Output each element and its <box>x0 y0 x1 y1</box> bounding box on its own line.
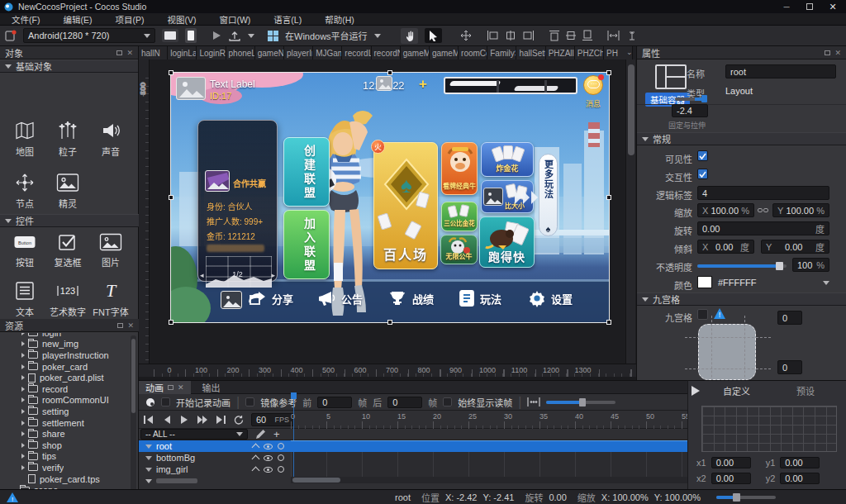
anchor-slider[interactable] <box>675 97 705 101</box>
nav-rules[interactable]: 玩法 <box>459 289 501 307</box>
object-item-sprite[interactable]: 精灵 <box>46 173 89 210</box>
selection-handle[interactable] <box>606 320 611 325</box>
run-platform-chevron[interactable] <box>374 34 381 38</box>
menu-item[interactable]: 窗口(W) <box>214 13 269 26</box>
playhead[interactable] <box>291 392 297 399</box>
name-input[interactable]: root <box>725 64 836 78</box>
frames-hscrollbar[interactable] <box>291 477 687 483</box>
publish-options-chevron[interactable] <box>248 34 254 38</box>
portrait-view-button[interactable] <box>185 28 197 43</box>
ninepatch-bottom-input[interactable]: 0 <box>777 360 802 374</box>
nav-announcement[interactable]: 公告 <box>316 289 363 307</box>
visibility-icon[interactable] <box>264 455 273 461</box>
promo-prev-arrow[interactable]: ◂ <box>200 271 204 279</box>
align-center-h-icon[interactable] <box>505 31 516 40</box>
expand-arrow-icon[interactable] <box>21 375 25 380</box>
resource-item[interactable]: record <box>0 383 139 395</box>
menu-item[interactable]: 编辑(E) <box>58 13 110 26</box>
layer-row[interactable]: bottomBg <box>139 452 291 464</box>
object-item-node[interactable]: 节点 <box>3 173 46 210</box>
resource-item[interactable]: verify <box>0 462 139 473</box>
expand-arrow-icon[interactable] <box>21 421 25 426</box>
layer-row[interactable]: img_girl <box>139 464 291 475</box>
scale-x-input[interactable]: X100.00% <box>697 203 754 217</box>
tab-output[interactable]: 输出 <box>191 381 232 394</box>
align-left-icon[interactable] <box>487 31 498 40</box>
selection-handle[interactable] <box>606 195 611 200</box>
x1-input[interactable]: 0.00 <box>711 457 751 468</box>
run-platform-button[interactable]: 在Windows平台运行 <box>285 29 368 42</box>
y2-input[interactable]: 0.00 <box>780 473 820 484</box>
transform-tool[interactable] <box>460 30 472 41</box>
align-bottom-icon[interactable] <box>582 30 592 41</box>
general-section-header[interactable]: 常规 <box>637 132 846 145</box>
expand-arrow-icon[interactable] <box>21 454 25 459</box>
collapse-layer-icon[interactable] <box>252 455 260 464</box>
resource-item[interactable]: setting <box>0 406 139 417</box>
skew-x-input[interactable]: X0.00度 <box>697 240 754 254</box>
selection-handle[interactable] <box>169 195 173 200</box>
same-height-icon[interactable] <box>626 31 638 41</box>
resource-item[interactable]: settlement <box>0 417 139 429</box>
publish-button[interactable] <box>228 30 241 41</box>
color-swatch[interactable] <box>697 276 712 288</box>
document-tab[interactable]: gameN <box>255 46 284 59</box>
prev-frame-button[interactable] <box>157 413 175 426</box>
ninepatch-section-header[interactable]: 九宫格 <box>637 292 846 306</box>
hand-tool[interactable] <box>401 28 418 44</box>
nav-records[interactable]: 战绩 <box>387 289 434 307</box>
object-item-button[interactable]: Button 按钮 <box>3 233 46 269</box>
avatar-placeholder[interactable] <box>176 77 206 100</box>
close-panel-icon[interactable]: ✕ <box>178 383 184 392</box>
visibility-icon[interactable] <box>264 444 273 449</box>
color-dropdown-chevron[interactable] <box>823 281 829 285</box>
first-frame-button[interactable] <box>139 413 157 426</box>
mirror-checkbox[interactable] <box>245 397 254 407</box>
expand-arrow-icon[interactable] <box>21 409 25 414</box>
last-frame-button[interactable] <box>212 413 230 426</box>
selection-handle[interactable] <box>606 70 611 75</box>
game-card-hundred[interactable]: 火 ♠ 百人场 <box>373 142 438 269</box>
basic-objects-section-header[interactable]: 基础对象 <box>0 59 138 73</box>
document-tab[interactable]: recordL <box>342 46 371 59</box>
opacity-slider[interactable] <box>697 264 787 268</box>
expand-arrow-icon[interactable] <box>21 431 25 436</box>
resource-item[interactable]: tips <box>0 451 139 463</box>
new-scene-icon[interactable] <box>5 30 17 41</box>
layer-row[interactable]: root <box>139 440 291 452</box>
rotate-input[interactable]: 0.00度 <box>697 221 829 235</box>
record-icon[interactable] <box>145 397 155 407</box>
tab-overflow-chevron[interactable]: ⌄ <box>626 48 633 56</box>
selection-handle[interactable] <box>169 70 173 75</box>
scale-y-input[interactable]: Y100.00% <box>772 203 829 217</box>
before-input[interactable]: 0 <box>317 397 352 408</box>
zoom-slider[interactable] <box>546 401 615 404</box>
document-tab[interactable]: gameM <box>430 46 459 59</box>
warning-status-icon[interactable]: ! <box>7 492 18 502</box>
object-item-map[interactable]: 地图 <box>3 121 46 158</box>
curve-grid[interactable] <box>701 406 837 452</box>
game-card-sangong[interactable]: 三公比金花 <box>441 202 478 231</box>
resource-item[interactable]: new_img <box>0 339 139 350</box>
game-card-paodekuai[interactable]: 跑得快 <box>479 216 535 268</box>
object-item-text[interactable]: 文本 <box>3 281 46 318</box>
close-panel-icon[interactable]: ✕ <box>834 49 841 57</box>
join-alliance-banner[interactable]: 加入联盟 <box>283 210 330 279</box>
document-tab[interactable]: PHZAlli <box>546 46 575 59</box>
resource-item[interactable]: playerInstruction <box>0 349 139 361</box>
game-card-bull[interactable]: 无限公牛 <box>440 235 478 264</box>
document-tab[interactable]: loginLa <box>168 46 197 59</box>
align-middle-v-icon[interactable] <box>566 30 576 41</box>
document-tab[interactable]: MJGame <box>313 46 342 59</box>
nav-settings[interactable]: 设置 <box>528 289 573 307</box>
device-select[interactable]: Android(1280 * 720) <box>23 28 155 43</box>
document-tab[interactable]: PHZChi <box>575 46 604 59</box>
document-tab[interactable]: phoneL <box>226 46 255 59</box>
lock-icon[interactable] <box>278 454 284 461</box>
menu-item[interactable]: 视图(V) <box>162 13 214 26</box>
fps-input[interactable]: 60FPS <box>251 413 294 426</box>
root-track-bar[interactable] <box>291 440 687 452</box>
skew-y-input[interactable]: Y0.00度 <box>761 240 829 254</box>
object-item-image[interactable]: 图片 <box>89 233 132 269</box>
object-item-fnt-font[interactable]: T FNT字体 <box>89 281 132 318</box>
